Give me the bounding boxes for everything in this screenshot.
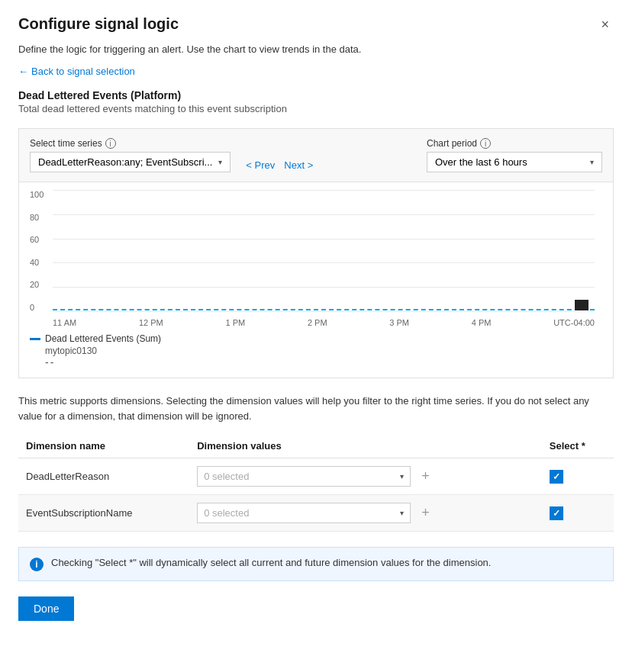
signal-name: Dead Lettered Events (Platform) xyxy=(18,89,614,101)
time-series-info-icon[interactable]: i xyxy=(105,138,116,149)
checkmark-icon: ✓ xyxy=(553,471,560,482)
add-value-button[interactable]: + xyxy=(418,468,433,484)
dimension-name-cell: DeadLetterReason xyxy=(18,458,189,495)
chart-period-group: Chart period i Over the last 6 hours ▾ xyxy=(427,138,602,172)
x-label-1pm: 1 PM xyxy=(225,318,245,327)
dimension-values-cell: 0 selected ▾ + xyxy=(189,495,542,532)
x-label-11am: 11 AM xyxy=(53,318,76,327)
chart-area: 0 20 40 60 80 100 11 AM xyxy=(18,182,614,378)
dim-values-container: 0 selected ▾ + xyxy=(197,466,534,487)
done-button[interactable]: Done xyxy=(18,596,74,621)
controls-row: Select time series i DeadLetterReason:an… xyxy=(18,128,614,182)
x-label-12pm: 12 PM xyxy=(139,318,163,327)
chevron-down-icon: ▾ xyxy=(400,472,404,481)
y-label-40: 40 xyxy=(30,258,44,267)
data-line xyxy=(53,309,595,310)
select-checkbox[interactable]: ✓ xyxy=(550,506,563,520)
dimension-section: This metric supports dimensions. Selecti… xyxy=(18,394,614,532)
dialog-header: Configure signal logic × xyxy=(18,15,614,34)
dropdown-placeholder: 0 selected xyxy=(204,507,249,519)
signal-description: Total dead lettered events matching to t… xyxy=(18,103,614,114)
dimension-select-cell: ✓ xyxy=(542,495,614,532)
chart-legend: Dead Lettered Events (Sum) mytopic0130 -… xyxy=(30,327,602,378)
dimension-table: Dimension name Dimension values Select *… xyxy=(18,434,614,532)
dim-values-container: 0 selected ▾ + xyxy=(197,503,534,523)
dimension-name-cell: EventSubscriptionName xyxy=(18,495,189,532)
grid-line xyxy=(53,262,595,263)
configure-signal-dialog: Configure signal logic × Define the logi… xyxy=(0,0,632,672)
table-header-row: Dimension name Dimension values Select * xyxy=(18,434,614,458)
back-link[interactable]: ← Back to signal selection xyxy=(18,66,135,77)
legend-item: Dead Lettered Events (Sum) xyxy=(30,333,602,344)
next-button[interactable]: Next > xyxy=(281,158,316,172)
dimension-values-cell: 0 selected ▾ + xyxy=(189,458,542,495)
grid-line xyxy=(53,287,595,288)
dialog-title: Configure signal logic xyxy=(18,15,179,33)
time-series-group: Select time series i DeadLetterReason:an… xyxy=(30,138,231,172)
dropdown-placeholder: 0 selected xyxy=(204,471,249,482)
close-button[interactable]: × xyxy=(596,15,614,34)
description-text: Define the logic for triggering an alert… xyxy=(18,43,614,55)
chevron-down-icon-period: ▾ xyxy=(590,158,594,166)
y-label-20: 20 xyxy=(30,280,44,289)
info-banner: i Checking "Select *" will dynamically s… xyxy=(18,547,614,581)
legend-sub: mytopic0130 xyxy=(45,346,602,356)
nav-buttons: < Prev Next > xyxy=(243,158,316,172)
grid-line xyxy=(53,239,595,240)
time-series-dropdown[interactable]: DeadLetterReason:any; EventSubscri... ▾ xyxy=(30,152,231,172)
time-series-label: Select time series i xyxy=(30,138,231,149)
chevron-down-icon: ▾ xyxy=(218,158,222,166)
checkmark-icon: ✓ xyxy=(553,508,560,519)
chart-inner: 0 20 40 60 80 100 11 AM xyxy=(53,190,595,327)
grid-line xyxy=(53,311,595,312)
x-label-3pm: 3 PM xyxy=(389,318,409,327)
chart-period-label: Chart period i xyxy=(427,138,602,149)
prev-button[interactable]: < Prev xyxy=(243,158,278,172)
col-header-select: Select * xyxy=(542,434,614,458)
y-label-0: 0 xyxy=(30,303,44,312)
dimension-values-dropdown[interactable]: 0 selected ▾ xyxy=(197,466,411,487)
legend-dashes: -- xyxy=(45,356,602,368)
add-value-button[interactable]: + xyxy=(418,505,433,521)
data-point-marker xyxy=(575,300,588,310)
x-label-utc: UTC-04:00 xyxy=(553,318,595,327)
grid-line xyxy=(53,190,595,191)
dimension-info-text: This metric supports dimensions. Selecti… xyxy=(18,394,614,423)
info-banner-icon: i xyxy=(30,558,44,571)
chevron-down-icon: ▾ xyxy=(400,509,404,517)
grid-lines xyxy=(53,190,595,312)
select-checkbox[interactable]: ✓ xyxy=(550,470,563,484)
x-label-4pm: 4 PM xyxy=(472,318,492,327)
y-axis: 0 20 40 60 80 100 xyxy=(30,190,44,312)
y-label-80: 80 xyxy=(30,213,44,222)
dimension-select-cell: ✓ xyxy=(542,458,614,495)
legend-color-swatch xyxy=(30,338,40,340)
table-row: DeadLetterReason 0 selected ▾ + ✓ xyxy=(18,458,614,495)
dimension-values-dropdown[interactable]: 0 selected ▾ xyxy=(197,503,411,523)
chart-period-info-icon[interactable]: i xyxy=(480,138,491,149)
col-header-values: Dimension values xyxy=(189,434,542,458)
y-label-60: 60 xyxy=(30,235,44,244)
grid-line xyxy=(53,214,595,215)
chart-period-dropdown[interactable]: Over the last 6 hours ▾ xyxy=(427,152,602,172)
info-banner-text: Checking "Select *" will dynamically sel… xyxy=(51,557,491,568)
y-label-100: 100 xyxy=(30,190,44,199)
col-header-name: Dimension name xyxy=(18,434,189,458)
x-label-2pm: 2 PM xyxy=(308,318,327,327)
x-axis: 11 AM 12 PM 1 PM 2 PM 3 PM 4 PM UTC-04:0… xyxy=(53,318,595,327)
legend-name: Dead Lettered Events (Sum) xyxy=(45,333,161,344)
arrow-left-icon: ← xyxy=(18,66,28,77)
table-row: EventSubscriptionName 0 selected ▾ + ✓ xyxy=(18,495,614,532)
